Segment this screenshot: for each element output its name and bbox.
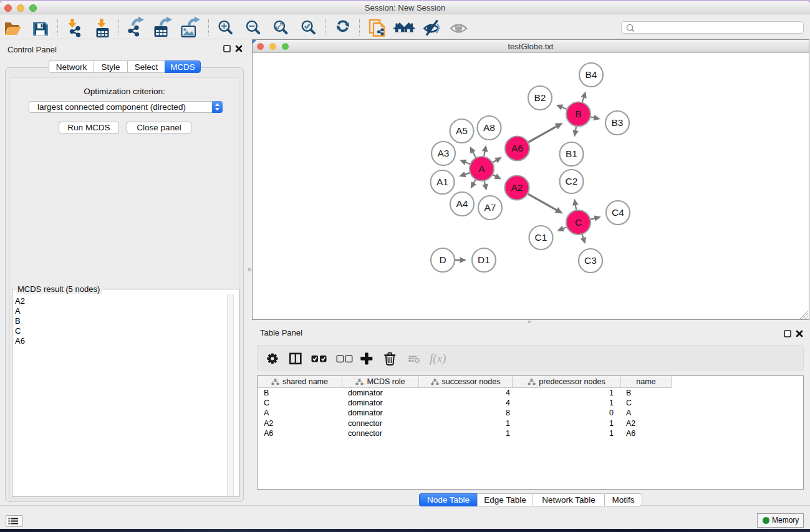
svg-text:A4: A4 (456, 198, 468, 209)
svg-text:C4: C4 (612, 207, 624, 218)
svg-text:A8: A8 (483, 122, 495, 133)
svg-text:A6: A6 (511, 143, 523, 153)
svg-text:C: C (575, 217, 582, 228)
svg-text:A1: A1 (436, 177, 448, 187)
svg-text:A7: A7 (485, 202, 496, 213)
svg-text:A: A (478, 163, 485, 174)
svg-text:A3: A3 (438, 148, 450, 158)
svg-text:C1: C1 (535, 232, 547, 243)
svg-text:B1: B1 (566, 148, 577, 159)
svg-text:C3: C3 (584, 255, 597, 266)
svg-text:A2: A2 (511, 182, 523, 193)
svg-text:B: B (575, 109, 581, 119)
svg-text:B3: B3 (612, 117, 624, 128)
svg-text:B4: B4 (586, 69, 597, 80)
svg-text:A5: A5 (456, 125, 468, 136)
svg-text:D1: D1 (478, 254, 490, 265)
svg-text:C2: C2 (566, 176, 578, 186)
svg-text:D: D (439, 254, 446, 265)
svg-text:f(x): f(x) (430, 352, 446, 365)
svg-text:B2: B2 (534, 92, 546, 103)
